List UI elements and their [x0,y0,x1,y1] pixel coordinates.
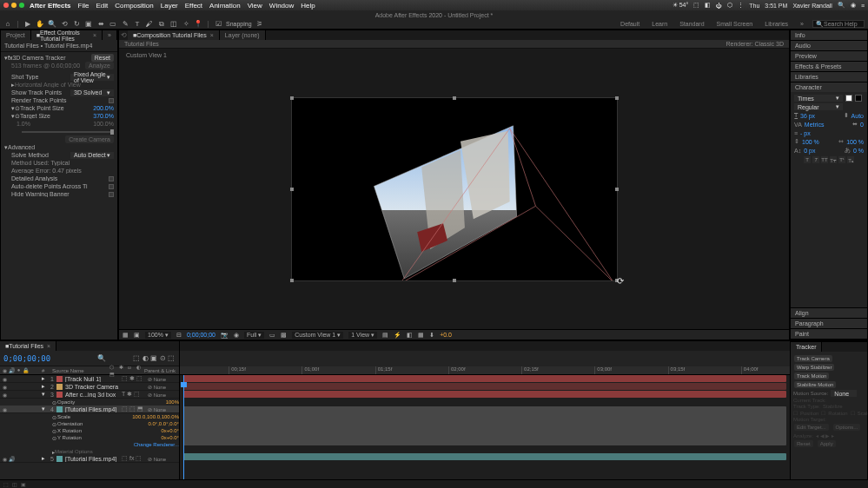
prop-opacity[interactable]: Opacity [57,399,166,405]
eraser-tool-icon[interactable]: ◫ [169,20,178,29]
sync-icon[interactable]: ⟲ [119,31,128,39]
time-ruler[interactable]: 00;15f 01;00f 01;15f 02;00f 02;15f 03;00… [180,366,790,375]
siri-icon[interactable]: ◉ [851,2,856,9]
menu-edit[interactable]: Edit [96,2,108,10]
prop-material[interactable]: Material Options [55,449,179,454]
close-icon[interactable]: × [210,32,214,38]
leading[interactable]: Auto [851,113,864,119]
wifi-icon[interactable]: ⋮ [738,2,744,9]
zoom-tool-icon[interactable]: 🔍 [48,20,56,29]
cti-icon[interactable]: ⊟ [176,332,182,339]
change-renderer-link[interactable]: Change Renderer... [134,442,179,447]
parent-select[interactable]: ⊘ None [148,384,179,390]
motion-source-select[interactable]: None [831,390,857,397]
hand-tool-icon[interactable]: ✋ [36,20,44,29]
color-swatch[interactable] [56,406,63,412]
speaker-icon[interactable]: 🔊 [9,367,15,373]
stroke-width[interactable]: - px [800,130,811,136]
super-button[interactable]: T¹ [838,156,845,163]
workspace-libraries[interactable]: Libraries [761,20,792,28]
stabilize-motion-button[interactable]: Stabilize Motion [794,381,836,388]
renderer-value[interactable]: Classic 3D [755,41,784,47]
type-tool-icon[interactable]: T [133,20,142,29]
col-parent[interactable]: Parent & Link [144,368,179,373]
tab-composition[interactable]: ■ Composition Tutorial Files × [128,30,220,40]
snap-opts-icon[interactable]: ⚞ [255,20,264,29]
track-pt-size-value[interactable]: 200.0% [93,105,114,111]
comp-icon[interactable]: ▦ [418,332,424,339]
stroke-swatch[interactable] [855,95,862,102]
tl-icon[interactable]: ▣ [149,354,158,363]
orientation-value[interactable]: 0.0°,0.0°,0.0° [148,421,179,426]
timecode[interactable]: 0;00;00;00 [187,332,215,338]
close-icon[interactable] [3,3,9,8]
panel-align[interactable]: Align [791,308,867,318]
lock-icon[interactable]: 🔒 [23,367,29,373]
app-name[interactable]: After Effects [30,2,71,10]
selection-tool-icon[interactable]: ▶ [23,20,32,29]
detailed-checkbox[interactable] [109,176,114,181]
track-motion-button[interactable]: Track Motion [794,373,829,379]
composition-viewer[interactable]: Custom View 1 [119,49,789,329]
prop-yrot[interactable]: Y Rotation [57,435,161,440]
pen-tool-icon[interactable]: ✎ [121,20,129,29]
roto-tool-icon[interactable]: ✧ [182,20,190,29]
menu-layer[interactable]: Layer [161,2,178,10]
close-icon[interactable]: × [47,343,50,349]
pixel-icon[interactable]: ▤ [382,332,388,339]
caps-button[interactable]: TT [821,156,828,163]
channel-icon[interactable]: ◉ [234,332,239,339]
speaker-icon[interactable]: 🔊 [9,456,15,462]
tab-layer[interactable]: Layer (none) [220,30,266,40]
search-input[interactable]: 🔍 Search Help [812,20,865,28]
baseline[interactable]: 0 px [804,148,815,154]
puppet-tool-icon[interactable]: 📍 [194,20,202,29]
mask-icon[interactable]: ▣ [134,332,140,339]
effect-name[interactable]: 3D Camera Tracker [12,55,87,61]
status-icon[interactable]: ◫ [12,481,17,487]
views-select[interactable]: 1 View ▾ [348,332,377,339]
render-icon[interactable]: ⬇ [429,332,434,339]
status-icon[interactable]: ⏻ [716,3,722,9]
opacity-value[interactable]: 100% [166,399,179,405]
transparency-icon[interactable]: ▩ [281,332,287,339]
timeline-icon[interactable]: ◧ [407,332,413,339]
italic-button[interactable]: T [812,156,819,163]
window-controls[interactable] [3,3,24,8]
layer-name[interactable]: 3D Tracker Camera [65,384,122,390]
snapshot-icon[interactable]: 📷 [221,332,229,339]
minimize-icon[interactable] [11,3,17,8]
eye-icon[interactable]: ◉ [2,456,8,462]
eye-icon[interactable]: ◉ [2,367,8,373]
fast-icon[interactable]: ⚡ [394,332,401,339]
solo-icon[interactable]: ● [16,367,22,373]
col-source[interactable]: Source Name [52,368,109,373]
tab-more-icon[interactable]: » [103,30,117,40]
shot-type-select[interactable]: Fixed Angle of View▾ [70,74,114,81]
playhead[interactable] [183,375,184,479]
eye-icon[interactable]: ◉ [2,406,8,412]
exposure[interactable]: +0.0 [440,332,452,338]
status-icon[interactable]: ◧ [705,2,711,9]
reset-button[interactable]: Reset [91,54,114,62]
parent-select[interactable]: ⊘ None [148,456,179,462]
workspace-more-icon[interactable]: » [797,20,807,28]
panel-paragraph[interactable]: Paragraph [791,319,867,328]
workspace-default[interactable]: Default [617,20,643,28]
show-track-select[interactable]: 3D Solved▾ [70,89,114,96]
sub-button[interactable]: T₁ [847,156,854,163]
tracking[interactable]: 0 [860,122,864,128]
panel-preview[interactable]: Preview [791,51,867,61]
workspace-learn[interactable]: Learn [648,20,671,28]
color-swatch[interactable] [56,456,63,462]
current-time[interactable]: 0;00;00;00 [3,354,50,363]
panel-audio[interactable]: Audio [791,41,867,50]
panel-paint[interactable]: Paint [791,329,867,339]
tab-tracker[interactable]: Tracker [791,342,822,352]
layer-name[interactable]: [Tutorial Files.mp4] [65,406,122,412]
tl-icon[interactable]: ◐ [141,354,149,363]
tab-project[interactable]: Project [1,30,31,40]
fill-swatch[interactable] [845,95,852,102]
search-icon[interactable]: 🔍 [97,354,106,363]
tl-icon[interactable]: ⬚ [132,354,141,363]
